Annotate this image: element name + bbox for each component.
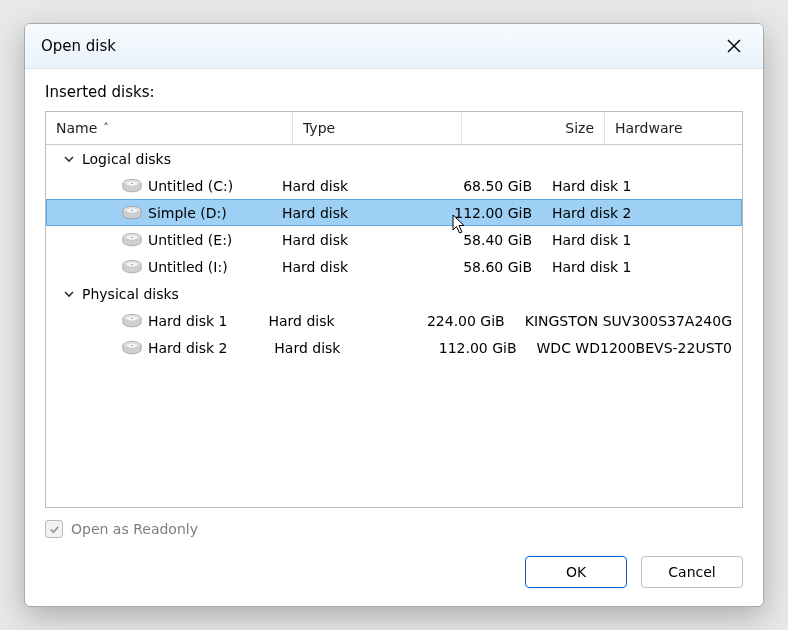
close-button[interactable] <box>717 31 751 61</box>
svg-point-4 <box>131 182 133 183</box>
disk-name: Untitled (E:) <box>148 232 232 248</box>
hard-disk-icon <box>122 178 142 194</box>
disk-hardware: Hard disk 1 <box>542 232 742 248</box>
disk-list: Name ˄ Type Size Hardware Logical disksU… <box>45 111 743 508</box>
disk-name: Hard disk 1 <box>148 313 228 329</box>
ok-button[interactable]: OK <box>525 556 627 588</box>
cancel-button[interactable]: Cancel <box>641 556 743 588</box>
hard-disk-icon <box>122 259 142 275</box>
column-header-size[interactable]: Size <box>462 112 605 144</box>
column-header-label: Hardware <box>615 120 683 136</box>
disk-name: Hard disk 2 <box>148 340 228 356</box>
disk-type: Hard disk <box>272 232 420 248</box>
disk-hardware: KINGSTON SUV300S37A240G <box>515 313 742 329</box>
hard-disk-icon <box>122 232 142 248</box>
group-label: Physical disks <box>82 286 179 302</box>
close-icon <box>727 39 741 53</box>
disk-size: 224.00 GiB <box>399 313 515 329</box>
column-headers: Name ˄ Type Size Hardware <box>46 112 742 145</box>
disk-hardware: Hard disk 1 <box>542 178 742 194</box>
disk-size: 112.00 GiB <box>408 340 527 356</box>
disk-size: 112.00 GiB <box>420 205 542 221</box>
disk-name: Untitled (I:) <box>148 259 228 275</box>
svg-point-10 <box>131 236 133 237</box>
button-label: Cancel <box>668 564 715 580</box>
disk-name: Untitled (C:) <box>148 178 233 194</box>
group-label: Logical disks <box>82 151 171 167</box>
column-header-type[interactable]: Type <box>293 112 462 144</box>
disk-hardware: Hard disk 1 <box>542 259 742 275</box>
chevron-down-icon[interactable] <box>62 287 76 301</box>
hard-disk-icon <box>122 205 142 221</box>
dialog-title: Open disk <box>41 37 717 55</box>
checkbox-box <box>45 520 63 538</box>
svg-point-16 <box>131 317 133 318</box>
column-header-label: Type <box>303 120 335 136</box>
disk-row[interactable]: Untitled (I:)Hard disk58.60 GiBHard disk… <box>46 253 742 280</box>
disk-rows: Logical disksUntitled (C:)Hard disk68.50… <box>46 145 742 507</box>
disk-row[interactable]: Untitled (C:)Hard disk68.50 GiBHard disk… <box>46 172 742 199</box>
disk-type: Hard disk <box>272 205 420 221</box>
disk-type: Hard disk <box>272 259 420 275</box>
disk-hardware: Hard disk 2 <box>542 205 742 221</box>
group-row[interactable]: Physical disks <box>46 280 742 307</box>
button-label: OK <box>566 564 586 580</box>
disk-row[interactable]: Untitled (E:)Hard disk58.40 GiBHard disk… <box>46 226 742 253</box>
hard-disk-icon <box>122 340 142 356</box>
disk-row[interactable]: Hard disk 1Hard disk224.00 GiBKINGSTON S… <box>46 307 742 334</box>
hard-disk-icon <box>122 313 142 329</box>
sort-ascending-icon: ˄ <box>103 121 109 134</box>
group-row[interactable]: Logical disks <box>46 145 742 172</box>
column-header-hardware[interactable]: Hardware <box>605 112 742 144</box>
checkmark-icon <box>49 524 60 535</box>
open-disk-dialog: Open disk Inserted disks: Name ˄ Type <box>24 23 764 607</box>
disk-size: 58.60 GiB <box>420 259 542 275</box>
disk-row[interactable]: Hard disk 2Hard disk112.00 GiBWDC WD1200… <box>46 334 742 361</box>
chevron-down-icon[interactable] <box>62 152 76 166</box>
title-bar: Open disk <box>25 24 763 69</box>
disk-size: 58.40 GiB <box>420 232 542 248</box>
inserted-disks-label: Inserted disks: <box>45 83 743 101</box>
disk-type: Hard disk <box>258 313 398 329</box>
column-header-name[interactable]: Name ˄ <box>46 112 293 144</box>
svg-point-13 <box>131 263 133 264</box>
svg-point-19 <box>131 344 133 345</box>
disk-hardware: WDC WD1200BEVS-22UST0 <box>527 340 742 356</box>
checkbox-label: Open as Readonly <box>71 521 198 537</box>
disk-row[interactable]: Simple (D:)Hard disk112.00 GiBHard disk … <box>46 199 742 226</box>
disk-size: 68.50 GiB <box>420 178 542 194</box>
disk-type: Hard disk <box>272 178 420 194</box>
disk-type: Hard disk <box>264 340 408 356</box>
column-header-label: Size <box>565 120 594 136</box>
open-as-readonly-checkbox: Open as Readonly <box>45 520 743 538</box>
disk-name: Simple (D:) <box>148 205 227 221</box>
svg-point-7 <box>131 209 133 210</box>
column-header-label: Name <box>56 120 97 136</box>
